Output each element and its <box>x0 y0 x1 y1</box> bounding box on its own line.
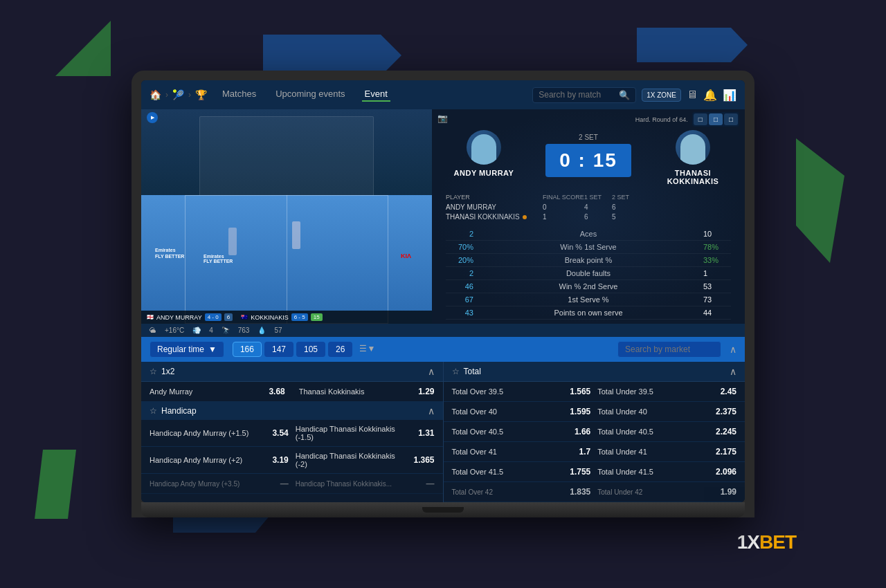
sponsor-kia: KIΛ <box>401 252 411 259</box>
market-tab-0[interactable]: 166 <box>233 342 262 357</box>
nav-link-event[interactable]: Event <box>362 89 390 102</box>
betting-header: Regular time ▼ 166 147 105 26 ☰▼ ∧ <box>141 337 745 362</box>
breadcrumb-sep2: › <box>188 90 191 100</box>
sponsor-emirates-2: EmiratesFLY BETTER <box>204 254 233 264</box>
kokkinakis-label: KOKKINAKIS <box>251 314 289 321</box>
total-odds-4a[interactable]: 1.755 <box>563 467 590 477</box>
star-icon-1x2[interactable]: ☆ <box>150 367 157 376</box>
total-label-1b: Total Under 40 <box>597 407 709 416</box>
display-icon[interactable]: 🖥 <box>687 89 698 101</box>
collapse-total[interactable]: ∧ <box>730 366 736 377</box>
nav-links: Matches Upcoming events Event <box>219 89 390 102</box>
deco-triangle-green-tl <box>55 21 111 76</box>
market-tab-1[interactable]: 147 <box>264 342 293 357</box>
kokkinakis-flag: 🇦🇺 <box>241 314 248 320</box>
handicap-odds-3b[interactable]: — <box>407 479 435 488</box>
handicap-odds-1a[interactable]: 3.54 <box>261 428 289 438</box>
search-box[interactable]: 🔍 <box>532 87 636 103</box>
handicap-label-2a: Handicap Andy Murray (+2) <box>150 456 261 464</box>
deco-green-right <box>796 138 844 263</box>
avatar-silhouette-kokkinakis <box>680 134 705 165</box>
handicap-odds-1b[interactable]: 1.31 <box>407 428 435 438</box>
time-selector[interactable]: Regular time ▼ <box>150 341 224 358</box>
total-odds-2a[interactable]: 1.66 <box>563 427 590 437</box>
avatar-silhouette-murray <box>471 134 496 165</box>
expand-button[interactable]: ∧ <box>730 344 736 355</box>
total-label-2b: Total Under 40.5 <box>597 428 709 436</box>
total-odds-5b[interactable]: 1.99 <box>709 487 736 497</box>
kokkinakis-score: 6 - 5 <box>291 313 308 321</box>
total-odds-1a[interactable]: 1.595 <box>563 407 590 416</box>
wind-speed: 4 <box>209 327 213 334</box>
section-title-handicap: Handicap <box>161 406 197 416</box>
handicap-odds-2b[interactable]: 1.365 <box>407 455 435 465</box>
kokkinakis-score2: 15 <box>311 313 323 321</box>
market-tab-3[interactable]: 26 <box>328 342 352 357</box>
chevron-down-icon: ▼ <box>208 344 217 354</box>
total-label-3b: Total Under 41 <box>597 448 709 456</box>
laptop-notch <box>422 507 464 513</box>
player-avatar-kokkinakis <box>676 130 710 165</box>
market-list-icon[interactable]: ☰▼ <box>355 342 379 357</box>
odds-label-murray: Andy Murray <box>150 387 257 396</box>
total-row-4: Total Over 41.5 1.755 Total Under 41.5 2… <box>444 462 745 482</box>
chart-icon[interactable]: 📊 <box>723 89 736 102</box>
odds-panel-left: ☆ 1x2 ∧ Andy Murray 3.68 Thanasi Kokkina… <box>141 362 444 502</box>
handicap-label-3a: Handicap Andy Murray (+3.5) <box>150 480 261 488</box>
odds-value-kokkinakis[interactable]: 1.29 <box>407 387 435 396</box>
collapse-handicap[interactable]: ∧ <box>428 405 435 416</box>
murray-flag: 🏴󠁧󠁢󠁥󠁮󠁧󠁿 <box>147 314 154 320</box>
main-content: EmiratesFLY BETTER EmiratesFLY BETTER KI… <box>141 109 745 324</box>
odds-panel-right: ☆ Total ∧ Total Over 39.5 1.565 Total Un… <box>444 362 745 502</box>
total-odds-2b[interactable]: 2.245 <box>709 427 736 437</box>
odds-row-handicap-3: Handicap Andy Murray (+3.5) — Handicap T… <box>141 474 443 494</box>
total-row-0: Total Over 39.5 1.565 Total Under 39.5 2… <box>444 382 745 402</box>
total-odds-0a[interactable]: 1.565 <box>563 387 590 396</box>
star-icon-handicap[interactable]: ☆ <box>150 406 157 416</box>
total-label-0a: Total Over 39.5 <box>452 387 563 396</box>
odds-label-kokkinakis: Thanasi Kokkinakis <box>299 387 407 396</box>
odds-row-handicap-1: Handicap Andy Murray (+1.5) 3.54 Handica… <box>141 420 443 447</box>
total-label-5b: Total Under 42 <box>597 488 709 496</box>
video-placeholder: EmiratesFLY BETTER EmiratesFLY BETTER KI… <box>141 109 432 324</box>
murray-score2: 6 <box>224 313 233 321</box>
video-live-icon: ▶ <box>147 112 158 123</box>
breadcrumb: 🏠 › 🎾 › 🏆 <box>150 89 207 100</box>
total-odds-0b[interactable]: 2.45 <box>709 387 736 396</box>
total-odds-3a[interactable]: 1.7 <box>563 447 590 457</box>
collapse-1x2[interactable]: ∧ <box>428 366 435 377</box>
deco-arrow-blue-top <box>263 35 401 76</box>
market-search-input[interactable] <box>617 341 721 358</box>
total-row-3: Total Over 41 1.7 Total Under 41 2.175 <box>444 442 745 462</box>
section-title-total: Total <box>464 367 481 376</box>
section-title-1x2: 1x2 <box>161 367 174 376</box>
section-header-1x2: ☆ 1x2 ∧ <box>141 362 443 382</box>
odds-value-murray[interactable]: 3.68 <box>257 387 285 396</box>
player-avatar-murray <box>467 130 501 165</box>
total-odds-4b[interactable]: 2.096 <box>709 467 736 477</box>
player-name-murray: ANDY MURRAY <box>446 169 522 177</box>
handicap-label-2b: Handicap Thanasi Kokkinakis (-2) <box>296 452 407 468</box>
total-label-4a: Total Over 41.5 <box>452 468 563 476</box>
market-tab-2[interactable]: 105 <box>296 342 325 357</box>
total-label-5a: Total Over 42 <box>452 488 563 496</box>
handicap-odds-2a[interactable]: 3.19 <box>261 455 289 465</box>
handicap-odds-3a[interactable]: — <box>261 479 289 488</box>
total-odds-1b[interactable]: 2.375 <box>709 407 736 416</box>
sport-icon[interactable]: 🎾 <box>172 89 184 100</box>
bell-icon[interactable]: 🔔 <box>703 89 717 102</box>
nav-link-upcoming[interactable]: Upcoming events <box>273 89 347 102</box>
star-icon-total[interactable]: ☆ <box>452 367 460 376</box>
total-odds-3b[interactable]: 2.175 <box>709 447 736 457</box>
live-score: 0 : 15 <box>545 144 631 177</box>
video-area: EmiratesFLY BETTER EmiratesFLY BETTER KI… <box>141 109 432 324</box>
deco-arrow-blue-right <box>637 28 748 62</box>
nav-link-matches[interactable]: Matches <box>219 89 259 102</box>
nav-right: 🔍 1X ZONE 🖥 🔔 📊 <box>532 87 736 103</box>
home-icon[interactable]: 🏠 <box>150 89 161 100</box>
zone-button[interactable]: 1X ZONE <box>642 89 681 102</box>
odds-row-handicap-2: Handicap Andy Murray (+2) 3.19 Handicap … <box>141 447 443 474</box>
total-odds-5a[interactable]: 1.835 <box>563 487 590 497</box>
trophy-icon[interactable]: 🏆 <box>195 89 207 100</box>
search-input[interactable] <box>539 90 615 100</box>
